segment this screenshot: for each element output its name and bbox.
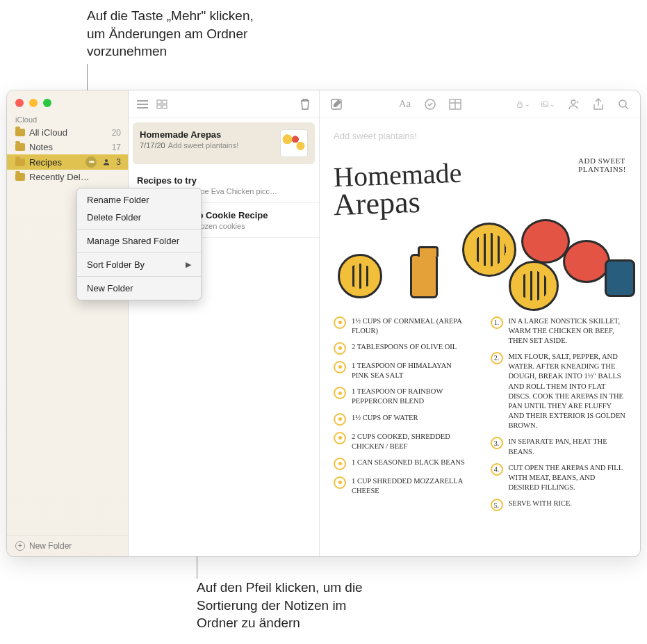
editor-toolbar: Aa ⌄ ⌄ (320, 90, 640, 118)
ingredient-text: 2 cups cooked, shredded chicken / beef (352, 432, 470, 451)
table-button[interactable] (448, 97, 462, 111)
svg-rect-4 (157, 100, 161, 104)
menu-new-folder[interactable]: New Folder (77, 280, 201, 297)
doodle-lemon (509, 261, 559, 311)
zoom-window-button[interactable] (43, 99, 51, 107)
checklist-button[interactable] (423, 97, 437, 111)
menu-delete-folder[interactable]: Delete Folder (77, 209, 201, 226)
notes-list-pane: Homemade Arepas 7/17/20Add sweet plantai… (129, 90, 320, 556)
step-item: 5.Serve with rice. (491, 499, 627, 511)
format-button[interactable]: Aa (398, 97, 412, 111)
folder-name: Recently Del… (29, 172, 121, 182)
svg-point-17 (576, 101, 579, 104)
menu-separator (77, 276, 201, 277)
share-button[interactable] (591, 97, 605, 111)
ingredient-text: 1 cup shredded mozzarella cheese (352, 476, 470, 496)
ingredient-text: 1 teaspoon of Himalayan pink sea salt (352, 361, 470, 380)
folder-icon (15, 173, 25, 181)
step-number-icon: 1. (491, 316, 503, 329)
step-text: Mix flour, salt, pepper, and water. Afte… (509, 352, 627, 430)
step-number-icon: 3. (491, 437, 503, 449)
note-title: Homemade Arepas (140, 129, 275, 140)
svg-line-19 (625, 106, 628, 109)
svg-rect-6 (157, 105, 161, 108)
menu-rename-folder[interactable]: Rename Folder (77, 191, 201, 209)
list-view-button[interactable] (136, 97, 149, 111)
note-item-homemade-arepas[interactable]: Homemade Arepas 7/17/20Add sweet plantai… (133, 122, 315, 164)
ingredients-col: 1½ cups of cornmeal (arepa flour)2 table… (334, 316, 470, 518)
search-button[interactable] (616, 97, 630, 111)
doodle-row (334, 219, 626, 309)
bullet-icon (334, 342, 346, 355)
ingredient-item: 1½ cups of water (334, 413, 470, 426)
menu-manage-shared-folder[interactable]: Manage Shared Folder (77, 232, 201, 250)
step-text: In separate pan, heat the beans. (509, 437, 627, 456)
doodle-lemon (338, 254, 382, 298)
media-button[interactable]: ⌄ (541, 97, 555, 111)
step-item: 3.In separate pan, heat the beans. (491, 437, 627, 456)
svg-point-18 (619, 100, 626, 107)
shared-icon (101, 156, 112, 168)
ingredient-text: 1½ cups of water (352, 413, 470, 426)
handwriting-title-2: Arepas (333, 183, 578, 219)
gallery-view-button[interactable] (155, 97, 169, 111)
folder-count: 20 (112, 128, 121, 138)
bullet-icon (334, 458, 346, 470)
lock-button[interactable]: ⌄ (516, 97, 530, 111)
ingredient-item: 1 can seasoned black beans (334, 458, 470, 470)
bullet-icon (334, 432, 346, 444)
compose-button[interactable] (329, 97, 343, 111)
note-body[interactable]: Add sweet plantains! Homemade Arepas Add… (320, 118, 640, 556)
svg-rect-14 (542, 102, 548, 106)
callout-bottom: Auf den Pfeil klicken, um die Sortierung… (197, 579, 363, 632)
ingredient-item: 2 cups cooked, shredded chicken / beef (334, 432, 470, 451)
new-folder-button[interactable]: + New Folder (7, 535, 128, 556)
step-number-icon: 5. (491, 499, 503, 511)
svg-point-16 (571, 100, 575, 104)
steps-col: 1.In a large nonstick skillet, warm the … (491, 316, 627, 518)
ingredient-item: 1 cup shredded mozzarella cheese (334, 476, 470, 496)
close-window-button[interactable] (15, 99, 24, 107)
ingredient-text: 1½ cups of cornmeal (arepa flour) (352, 316, 470, 336)
svg-rect-13 (518, 104, 522, 107)
folder-icon (15, 143, 25, 151)
svg-point-0 (105, 159, 108, 162)
step-number-icon: 4. (491, 463, 503, 476)
note-thumbnail (280, 129, 308, 157)
svg-rect-5 (163, 100, 167, 104)
notes-window: iCloud All iCloud 20 Notes 17 Recipes ••… (7, 90, 640, 556)
folder-name: Recipes (29, 157, 81, 168)
handwriting-annotation: Add sweet plantains! (578, 156, 626, 173)
trash-button[interactable] (298, 97, 312, 111)
ingredient-item: 1 teaspoon of Himalayan pink sea salt (334, 361, 470, 380)
step-item: 2.Mix flour, salt, pepper, and water. Af… (491, 352, 627, 430)
bullet-icon (334, 476, 346, 489)
ingredient-item: 2 tablespoons of olive oil (334, 342, 470, 355)
menu-sort-folder-by[interactable]: Sort Folder By ▶ (77, 256, 201, 273)
folder-name: Notes (29, 142, 108, 152)
folder-name: All iCloud (29, 127, 108, 138)
sidebar-item-recently-deleted[interactable]: Recently Del… (7, 170, 128, 184)
account-label: iCloud (7, 113, 128, 125)
doodle-tomato (563, 240, 610, 283)
doodle-tomato (521, 219, 570, 264)
doodle-jar (605, 259, 635, 297)
step-text: Serve with rice. (509, 499, 627, 511)
list-toolbar (129, 90, 319, 118)
minimize-window-button[interactable] (29, 99, 38, 107)
bullet-icon (334, 387, 346, 399)
ingredient-item: 1 teaspoon of rainbow peppercorn blend (334, 387, 470, 406)
sidebar-item-all-icloud[interactable]: All iCloud 20 (7, 125, 128, 140)
folder-count: 17 (112, 143, 121, 152)
doodle-shaker (410, 254, 438, 298)
sidebar-item-recipes[interactable]: Recipes ••• 3 (7, 154, 128, 170)
window-controls (7, 90, 128, 113)
step-text: In a large nonstick skillet, warm the ch… (509, 316, 627, 346)
more-button[interactable]: ••• (85, 156, 97, 168)
callout-top: Auf die Taste „Mehr" klicken, um Änderun… (87, 7, 254, 61)
step-item: 4.Cut open the arepas and fill with meat… (491, 463, 627, 493)
sidebar-item-notes[interactable]: Notes 17 (7, 140, 128, 154)
step-text: Cut open the arepas and fill with meat, … (509, 463, 627, 493)
collaborate-button[interactable] (566, 97, 580, 111)
folder-context-menu: Rename Folder Delete Folder Manage Share… (76, 188, 202, 300)
